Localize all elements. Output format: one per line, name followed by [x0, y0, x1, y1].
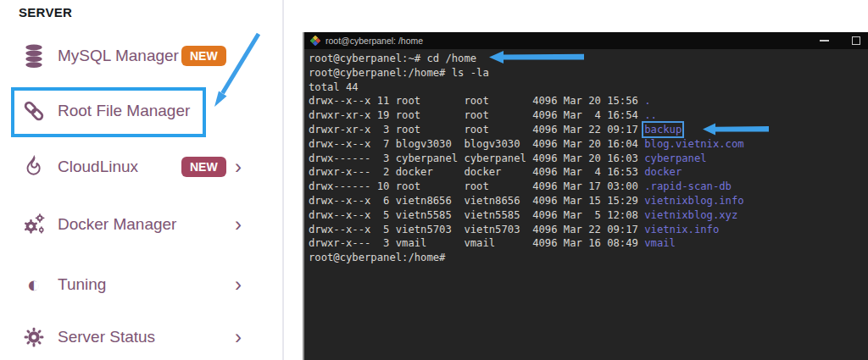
terminal-line: drwx--x--x 11 root root 4096 Mar 20 15:5…: [309, 94, 868, 108]
chevron-right-icon: ›: [235, 327, 242, 347]
directory-name: blog.vietnix.com: [644, 138, 743, 150]
sidebar-item-label: MySQL Manager: [58, 47, 179, 65]
sidebar-item-server-status[interactable]: Server Status ›: [20, 322, 254, 352]
terminal-line: drwx------ 3 cyberpanel cyberpanel 4096 …: [309, 152, 868, 166]
sidebar-item-cloudlinux[interactable]: CloudLinux NEW ›: [20, 152, 254, 182]
directory-name: .rapid-scan-db: [644, 180, 732, 192]
sidebar-item-label: Root File Manager: [58, 102, 190, 120]
sidebar-item-label: Tuning: [58, 275, 106, 294]
database-icon: [20, 43, 47, 69]
sidebar-item-label: Server Status: [58, 328, 155, 346]
minimize-button[interactable]: [813, 32, 835, 49]
sidebar: SERVER MySQL Manager NEW Root File Manag…: [0, 0, 282, 360]
gear-icon: [20, 324, 47, 350]
terminal-line: drwxr-x--- 2 docker docker 4096 Mar 4 16…: [309, 165, 868, 180]
directory-name: cyberpanel: [644, 152, 706, 164]
terminal-line: drwx--x--x 6 vietn8656 vietn8656 4096 Ma…: [309, 194, 868, 208]
new-badge: NEW: [181, 157, 226, 177]
sidebar-item-label: Docker Manager: [58, 215, 176, 234]
terminal-line: root@cyberpanel:/home# ls -la: [309, 66, 868, 80]
terminal-line: total 44: [309, 80, 868, 95]
terminal-titlebar[interactable]: root@cyberpanel: /home: [304, 32, 868, 49]
sidebar-divider: [282, 0, 284, 360]
terminal-line: drwx------ 10 root root 4096 Mar 17 03:0…: [309, 180, 868, 194]
terminal-line: drwx--x--x 5 vietn5703 vietn5703 4096 Ma…: [309, 223, 868, 237]
directory-name: docker: [644, 166, 682, 178]
chevron-right-icon: ›: [235, 214, 242, 235]
sidebar-section-label: SERVER: [19, 5, 72, 19]
minimize-icon: [820, 40, 829, 42]
terminal-line: root@cyberpanel:~# cd /home: [309, 52, 868, 66]
terminal-line: drwxr-xr-x 3 root root 4096 Mar 22 09:17…: [309, 123, 868, 137]
terminal-line: root@cyberpanel:/home#: [309, 251, 868, 265]
terminal-title: root@cyberpanel: /home: [326, 36, 423, 46]
chevron-right-icon: ›: [235, 274, 242, 295]
directory-name: vietnix.info: [644, 224, 719, 235]
directory-name: ..: [644, 109, 657, 121]
sidebar-item-mysql-manager[interactable]: MySQL Manager NEW: [20, 41, 254, 71]
highlighted-directory-name: backup: [644, 124, 682, 136]
chain-link-icon: [20, 98, 47, 124]
terminal-line: drwx--x--x 7 blogv3030 blogv3030 4096 Ma…: [309, 137, 868, 152]
directory-name: vmail: [644, 237, 676, 249]
chevron-right-icon: ›: [235, 157, 242, 177]
sidebar-item-tuning[interactable]: ◐ Tuning ›: [20, 269, 254, 300]
terminal-line: drwxr-x--- 3 vmail vmail 4096 Mar 16 08:…: [309, 236, 868, 251]
new-badge: NEW: [181, 46, 226, 66]
flame-icon: [20, 154, 47, 180]
directory-name: vietnixblog.xyz: [644, 209, 737, 221]
sidebar-item-label: CloudLinux: [58, 158, 138, 176]
terminal-line: drwxr-xr-x 19 root root 4096 Mar 4 16:54…: [309, 108, 868, 123]
directory-name: .: [644, 95, 650, 107]
terminal-window: root@cyberpanel: /home root@cyberpanel:~…: [303, 32, 868, 360]
terminal-body[interactable]: root@cyberpanel:~# cd /homeroot@cyberpan…: [304, 49, 868, 265]
maximize-icon: [852, 36, 860, 45]
terminal-line: drwx--x--x 5 vietn5585 vietn5585 4096 Ma…: [309, 208, 868, 223]
directory-name: vietnixblog.info: [644, 195, 743, 207]
putty-icon: [310, 36, 320, 46]
sidebar-item-docker-manager[interactable]: Docker Manager ›: [20, 209, 254, 240]
gears-icon: [20, 212, 47, 237]
maximize-button[interactable]: [845, 32, 867, 49]
sidebar-item-root-file-manager[interactable]: Root File Manager: [20, 96, 254, 126]
contrast-icon: ◐: [20, 272, 47, 297]
